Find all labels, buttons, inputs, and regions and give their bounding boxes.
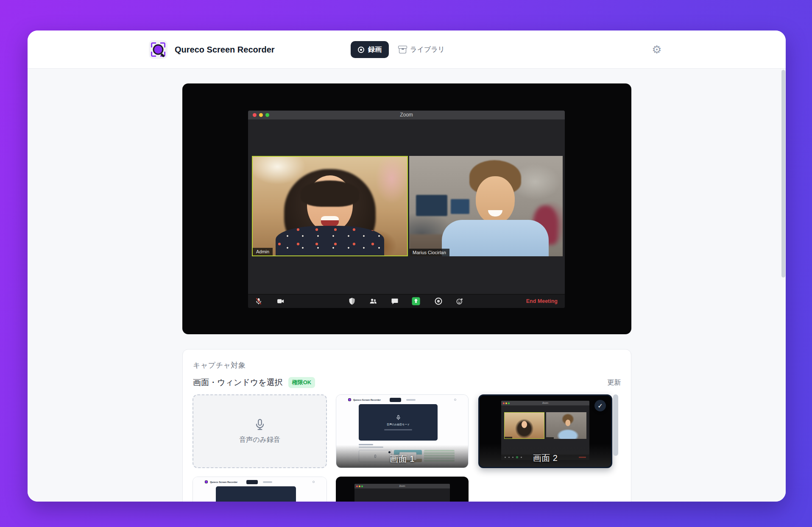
recording-preview-panel: Zoom Admin <box>182 83 631 334</box>
app-logo-icon <box>149 40 167 59</box>
record-icon <box>435 297 443 305</box>
tab-library-label: ライブラリ <box>410 45 445 54</box>
tab-record[interactable]: 録画 <box>351 41 389 58</box>
mini-name-tag <box>505 437 512 438</box>
app-window: Qureco Screen Recorder 録画 ライブラリ ⚙ <box>28 31 786 502</box>
capture-section-title: キャプチャ対象 <box>193 361 246 370</box>
page-scrollbar[interactable] <box>781 70 785 277</box>
mini-app-title: Qureco Screen Recorder <box>210 481 237 483</box>
mini-library-tab <box>263 481 272 483</box>
desktop-background: Qureco Screen Recorder 録画 ライブラリ ⚙ <box>0 0 812 527</box>
tab-record-label: 録画 <box>368 45 382 54</box>
security-shield-icon <box>348 297 356 305</box>
nav-tabs: 録画 ライブラリ <box>351 41 445 58</box>
mini-zoom-title: Zoom <box>354 484 450 488</box>
photo-monitor <box>416 195 447 216</box>
capture-select-row: 画面・ウィンドウを選択 権限OK 更新 <box>193 376 621 389</box>
video-feed-marius: Marius Ciocirlan <box>409 156 563 256</box>
mini-panel-label: 音声のみ録音モード <box>387 423 410 427</box>
mini-gear-icon <box>454 399 456 401</box>
options-scrollbar[interactable] <box>613 394 618 456</box>
mini-zoom-title: Zoom <box>501 401 589 405</box>
mini-header: Qureco Screen Recorder <box>205 479 314 485</box>
mini-app-title: Qureco Screen Recorder <box>353 399 381 401</box>
camera-icon <box>277 297 285 305</box>
mini-mic-icon <box>396 415 401 420</box>
permission-status-badge: 権限OK <box>288 377 315 388</box>
mini-audio-panel <box>216 486 296 502</box>
window-thumbnail: Qureco Screen Recorder <box>193 477 326 502</box>
main-content: Zoom Admin <box>28 69 786 502</box>
participant-name-tag: Admin <box>253 248 273 255</box>
capture-option-screen-1[interactable]: Qureco Screen Recorder 音声のみ録音モード <box>336 394 469 468</box>
mini-zoom-body <box>354 488 450 502</box>
record-icon <box>358 47 364 53</box>
selected-check-icon: ✓ <box>594 400 606 411</box>
mini-video-feed <box>546 412 586 439</box>
audio-only-label: 音声のみ録音 <box>239 435 280 444</box>
mini-gear-icon <box>313 481 315 483</box>
video-feed-admin: Admin <box>252 156 408 256</box>
zoom-window-title: Zoom <box>248 111 565 119</box>
capture-option-screen-2-selected[interactable]: Zoom <box>478 394 612 468</box>
photo-face <box>476 176 515 224</box>
mini-record-tab <box>246 480 258 484</box>
mini-logo-icon <box>205 480 208 483</box>
mini-zoom-titlebar: Zoom <box>354 484 450 488</box>
mini-audio-panel: 音声のみ録音モード <box>359 404 438 441</box>
app-title: Qureco Screen Recorder <box>175 31 275 69</box>
capture-panel: キャプチャ対象 画面・ウィンドウを選択 権限OK 更新 音声のみ録音 <box>182 349 631 502</box>
mini-record-tab <box>390 398 401 402</box>
mini-name-tag <box>546 437 554 439</box>
mini-panel-subtext <box>384 429 412 430</box>
app-header: Qureco Screen Recorder 録画 ライブラリ ⚙ <box>28 31 786 69</box>
photo-shirt <box>442 220 549 256</box>
zoom-window-preview: Zoom Admin <box>248 111 565 308</box>
chat-icon <box>391 297 399 305</box>
participant-name-tag: Marius Ciocirlan <box>409 249 449 256</box>
zoom-titlebar: Zoom <box>248 111 565 119</box>
microphone-icon <box>254 418 266 431</box>
screen-2-label: 画面 2 <box>480 452 611 464</box>
mini-zoom-titlebar: Zoom <box>501 401 589 405</box>
mini-video-feed <box>504 412 544 439</box>
capture-option-window-app[interactable]: Qureco Screen Recorder <box>193 477 327 502</box>
mini-logo-icon <box>348 398 351 401</box>
photo-monitor <box>451 199 469 214</box>
photo-dress <box>276 226 384 256</box>
mini-header: Qureco Screen Recorder <box>348 397 456 402</box>
refresh-button[interactable]: 更新 <box>607 378 621 387</box>
capture-option-window-zoom[interactable]: Zoom <box>336 477 469 502</box>
participants-icon <box>369 297 377 305</box>
photo-hair-fringe <box>301 180 359 207</box>
end-meeting-button: End Meeting <box>526 298 558 304</box>
share-screen-icon <box>412 297 420 305</box>
reactions-icon <box>456 297 464 305</box>
zoom-toolbar: End Meeting <box>248 294 565 308</box>
mini-library-tab <box>406 399 416 401</box>
screen-1-label: 画面 1 <box>336 453 468 465</box>
settings-gear-icon[interactable]: ⚙ <box>650 42 664 57</box>
mic-muted-icon <box>255 297 263 305</box>
select-screen-label: 画面・ウィンドウを選択 <box>193 377 283 388</box>
library-icon <box>399 48 406 53</box>
tab-library[interactable]: ライブラリ <box>399 45 445 54</box>
capture-option-audio-only[interactable]: 音声のみ録音 <box>193 394 327 468</box>
